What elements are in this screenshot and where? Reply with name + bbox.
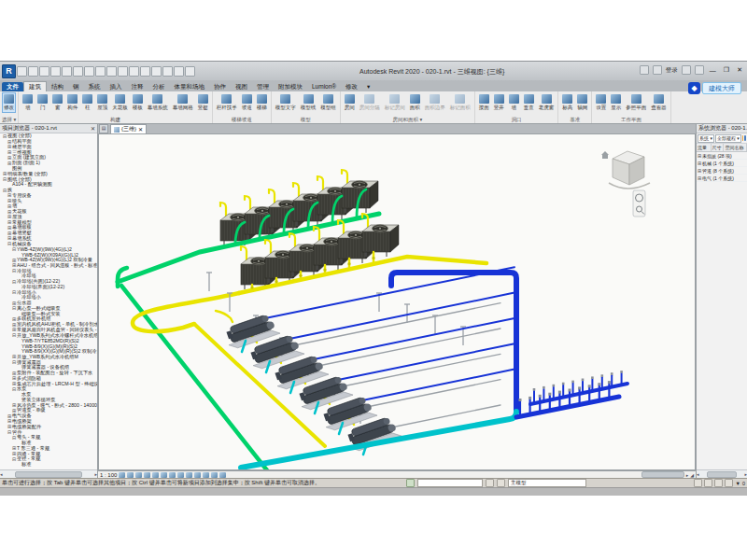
- ribbon-button-构件[interactable]: 构件: [65, 92, 79, 113]
- tag-by-category-icon[interactable]: [118, 66, 128, 77]
- ribbon-button-窗[interactable]: 窗: [50, 92, 64, 113]
- ribbon-button-天花板[interactable]: 天花板: [110, 92, 130, 113]
- exclude-options-icon[interactable]: [694, 479, 702, 487]
- signin-label[interactable]: 登录: [666, 66, 678, 75]
- plugin-label[interactable]: 建模大师: [702, 82, 741, 94]
- ribbon-tab-10[interactable]: 视图: [231, 82, 252, 91]
- view-tab-close-icon[interactable]: ✕: [138, 126, 143, 133]
- render-in-cloud-icon[interactable]: [161, 472, 167, 478]
- detail-level-icon[interactable]: [119, 472, 125, 478]
- ribbon-panel-label[interactable]: 基准: [560, 116, 589, 123]
- ribbon-button-设置[interactable]: 设置: [594, 92, 608, 113]
- select-links-icon[interactable]: [714, 479, 723, 487]
- ribbon-button-坡道[interactable]: 坡道: [240, 92, 254, 113]
- resize-grip-icon[interactable]: ◢: [690, 472, 694, 478]
- ribbon-button-楼梯[interactable]: 楼梯: [255, 92, 269, 113]
- ribbon-button-屋顶[interactable]: 屋顶: [95, 92, 109, 113]
- worksets-icon[interactable]: [497, 479, 505, 487]
- close-button[interactable]: ✕: [735, 66, 744, 74]
- scale-control[interactable]: 1 : 100: [100, 472, 117, 478]
- cooling-water-pipe-yellow[interactable]: [133, 252, 486, 446]
- ribbon-button-房间[interactable]: 房间: [343, 92, 357, 113]
- system-browser-header[interactable]: 系统浏览器 - 020-1.rvt ✕: [697, 124, 747, 133]
- cart-icon[interactable]: [682, 65, 691, 75]
- ribbon-tab-6[interactable]: 注释: [127, 82, 148, 91]
- ribbon-button-标高[interactable]: 标高: [560, 92, 574, 113]
- tree-item[interactable]: 标准: [0, 462, 97, 468]
- ribbon-button-面积[interactable]: 面积: [408, 92, 422, 113]
- ribbon-button-标记面积[interactable]: 标记面积: [448, 92, 472, 113]
- sun-path-icon[interactable]: [135, 472, 142, 478]
- ribbon-button-显示[interactable]: 显示: [609, 92, 623, 113]
- ribbon-button-模型文字[interactable]: 模型文字: [274, 92, 298, 113]
- search-icon[interactable]: [640, 65, 649, 75]
- ribbon-tab-8[interactable]: 体量和场地: [170, 82, 210, 91]
- plugin-icon[interactable]: ◆: [688, 82, 700, 94]
- project-browser-close-icon[interactable]: ✕: [91, 125, 95, 132]
- ribbon-tab-12[interactable]: 附加模块: [274, 82, 307, 91]
- text-icon[interactable]: [129, 66, 139, 77]
- system-row[interactable]: ⊞管道 (8 个系统): [697, 167, 747, 175]
- shadows-icon[interactable]: [144, 472, 150, 478]
- ribbon-button-标记房间[interactable]: 标记房间: [383, 92, 407, 113]
- scroll-left-icon[interactable]: ◂: [697, 471, 699, 477]
- ribbon-button-垂直[interactable]: 垂直: [522, 92, 536, 113]
- lock-3d-view-icon[interactable]: [194, 472, 201, 478]
- ribbon-collapse-icon[interactable]: ▾: [362, 82, 374, 91]
- scroll-thumb[interactable]: [15, 471, 82, 478]
- ribbon-button-墙[interactable]: 墙: [507, 92, 521, 113]
- canvas-scroll-buttons[interactable]: ▸ ◢: [686, 472, 694, 478]
- plugin-badge[interactable]: ◆ 建模大师: [688, 81, 741, 94]
- ribbon-button-楼板[interactable]: 楼板: [131, 92, 145, 113]
- ribbon-button-幕墙系统[interactable]: 幕墙系统: [146, 92, 170, 113]
- ribbon-tab-3[interactable]: 钢: [68, 82, 84, 91]
- save-icon[interactable]: [39, 66, 49, 77]
- ribbon-button-轴网[interactable]: 轴网: [575, 92, 589, 113]
- ribbon-button-模型线[interactable]: 模型线: [299, 92, 318, 113]
- crop-view-icon[interactable]: [177, 472, 184, 478]
- render-gallery-icon[interactable]: [169, 472, 176, 478]
- scroll-thumb[interactable]: [707, 471, 737, 478]
- editing-requests-icon[interactable]: [486, 479, 494, 487]
- ribbon-button-参照平面[interactable]: 参照平面: [624, 92, 648, 113]
- minimize-button[interactable]: —: [708, 67, 718, 74]
- render-icon[interactable]: [152, 472, 159, 478]
- reveal-hidden-elements-icon[interactable]: [211, 472, 218, 478]
- ribbon-button-墙[interactable]: 墙: [21, 92, 35, 113]
- measure-icon[interactable]: [95, 66, 106, 77]
- crop-region-visibility-icon[interactable]: [186, 472, 192, 478]
- press-drag-icon[interactable]: [704, 479, 712, 487]
- ribbon-button-修改[interactable]: 修改: [2, 92, 16, 113]
- drawing-area[interactable]: [98, 133, 696, 470]
- select-pinned-icon[interactable]: [725, 479, 733, 487]
- ribbon-panel-label[interactable]: 房间和面积 ▾: [343, 116, 472, 123]
- sync-with-central-icon[interactable]: [50, 66, 61, 77]
- system-row[interactable]: ⊞机械 (1 个系统): [697, 160, 747, 167]
- print-icon[interactable]: [84, 66, 94, 77]
- system-row[interactable]: ⊞未指派 (28 项): [697, 152, 747, 160]
- system-browser-view-select[interactable]: 系统 ▾: [698, 134, 714, 143]
- scroll-left-icon[interactable]: ◂: [0, 471, 3, 477]
- autofit-columns-icon[interactable]: [742, 135, 744, 141]
- filter-icon[interactable]: ▼: [735, 481, 740, 486]
- ribbon-button-栏杆扶手[interactable]: 栏杆扶手: [215, 92, 239, 113]
- revit-logo-icon[interactable]: R: [2, 64, 16, 78]
- viewcube[interactable]: [601, 151, 650, 189]
- 3d-model-view[interactable]: [99, 134, 695, 469]
- ribbon-button-幕墙网格[interactable]: 幕墙网格: [171, 92, 195, 113]
- section-icon[interactable]: [151, 66, 162, 77]
- help-icon[interactable]: [695, 65, 704, 75]
- column-header-1[interactable]: 尺寸: [712, 144, 725, 151]
- redo-icon[interactable]: [73, 66, 83, 77]
- ribbon-panel-label[interactable]: 工作平面: [594, 116, 669, 123]
- open-icon[interactable]: [28, 66, 38, 77]
- home-icon[interactable]: [601, 151, 609, 159]
- design-option-select[interactable]: 主模型: [508, 479, 586, 487]
- ribbon-tab-11[interactable]: 管理: [252, 82, 274, 91]
- view-tabs-menu-icon[interactable]: ▤: [99, 124, 108, 133]
- scroll-right-icon[interactable]: ▸: [94, 471, 97, 477]
- ribbon-panel-label[interactable]: 选择 ▾: [2, 116, 16, 123]
- ribbon-tab-7[interactable]: 分析: [148, 82, 170, 91]
- undo-icon[interactable]: [62, 66, 72, 77]
- default-3d-view-icon[interactable]: [140, 66, 150, 77]
